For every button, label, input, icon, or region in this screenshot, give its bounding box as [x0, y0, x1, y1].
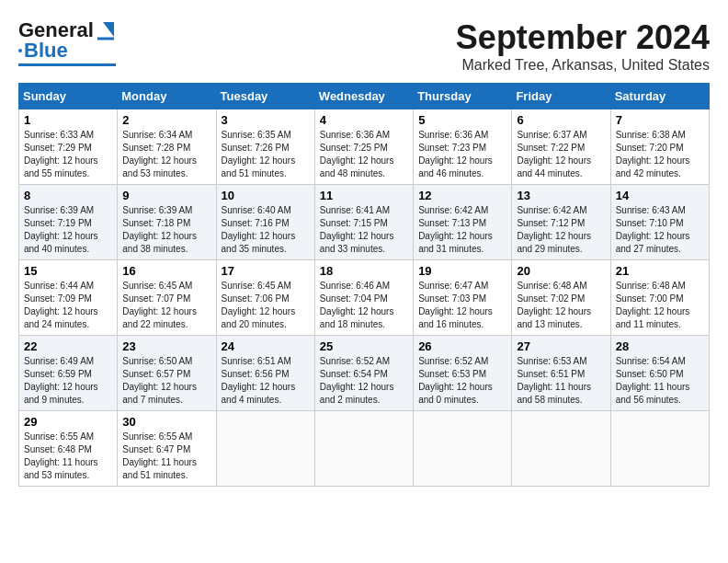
day-info: Sunrise: 6:52 AM Sunset: 6:53 PM Dayligh…: [418, 355, 506, 407]
table-row: 12Sunrise: 6:42 AM Sunset: 7:13 PM Dayli…: [414, 185, 512, 260]
table-row: [414, 411, 512, 487]
day-info: Sunrise: 6:48 AM Sunset: 7:02 PM Dayligh…: [517, 280, 605, 331]
day-info: Sunrise: 6:36 AM Sunset: 7:23 PM Dayligh…: [418, 129, 506, 180]
calendar-header-row: Sunday Monday Tuesday Wednesday Thursday…: [19, 84, 710, 109]
table-row: [610, 411, 709, 487]
col-saturday: Saturday: [610, 84, 709, 109]
day-info: Sunrise: 6:43 AM Sunset: 7:10 PM Dayligh…: [616, 204, 704, 256]
table-row: 7Sunrise: 6:38 AM Sunset: 7:20 PM Daylig…: [610, 109, 709, 185]
day-number: 14: [616, 189, 704, 202]
day-number: 13: [517, 189, 605, 202]
day-number: 23: [122, 339, 210, 353]
table-row: 4Sunrise: 6:36 AM Sunset: 7:25 PM Daylig…: [314, 109, 413, 185]
day-number: 30: [122, 415, 210, 429]
week-row-1: 1Sunrise: 6:33 AM Sunset: 7:29 PM Daylig…: [19, 109, 710, 185]
table-row: 18Sunrise: 6:46 AM Sunset: 7:04 PM Dayli…: [314, 260, 413, 336]
table-row: 10Sunrise: 6:40 AM Sunset: 7:16 PM Dayli…: [216, 185, 314, 260]
day-number: 28: [616, 339, 704, 353]
day-info: Sunrise: 6:33 AM Sunset: 7:29 PM Dayligh…: [24, 129, 112, 180]
day-number: 16: [122, 264, 210, 278]
table-row: 21Sunrise: 6:48 AM Sunset: 7:00 PM Dayli…: [610, 260, 709, 336]
table-row: 14Sunrise: 6:43 AM Sunset: 7:10 PM Dayli…: [610, 185, 709, 260]
day-number: 17: [222, 264, 310, 278]
col-thursday: Thursday: [414, 84, 512, 109]
day-info: Sunrise: 6:50 AM Sunset: 6:57 PM Dayligh…: [122, 355, 210, 407]
day-number: 26: [418, 339, 506, 353]
day-info: Sunrise: 6:41 AM Sunset: 7:15 PM Dayligh…: [320, 204, 408, 256]
week-row-4: 22Sunrise: 6:49 AM Sunset: 6:59 PM Dayli…: [19, 336, 710, 411]
table-row: 15Sunrise: 6:44 AM Sunset: 7:09 PM Dayli…: [19, 260, 118, 336]
svg-marker-0: [103, 22, 114, 37]
day-info: Sunrise: 6:52 AM Sunset: 6:54 PM Dayligh…: [320, 355, 408, 407]
week-row-3: 15Sunrise: 6:44 AM Sunset: 7:09 PM Dayli…: [19, 260, 710, 336]
table-row: 11Sunrise: 6:41 AM Sunset: 7:15 PM Dayli…: [314, 185, 413, 260]
table-row: 6Sunrise: 6:37 AM Sunset: 7:22 PM Daylig…: [512, 109, 610, 185]
table-row: 26Sunrise: 6:52 AM Sunset: 6:53 PM Dayli…: [414, 336, 512, 411]
day-number: 10: [222, 189, 310, 202]
day-info: Sunrise: 6:37 AM Sunset: 7:22 PM Dayligh…: [517, 129, 605, 180]
day-info: Sunrise: 6:35 AM Sunset: 7:26 PM Dayligh…: [222, 129, 310, 180]
table-row: 30Sunrise: 6:55 AM Sunset: 6:47 PM Dayli…: [118, 411, 216, 487]
day-number: 19: [418, 264, 506, 278]
col-wednesday: Wednesday: [314, 84, 413, 109]
table-row: 23Sunrise: 6:50 AM Sunset: 6:57 PM Dayli…: [118, 336, 216, 411]
day-number: 5: [418, 113, 506, 127]
day-number: 18: [320, 264, 408, 278]
month-title: September 2024: [456, 18, 710, 57]
day-number: 3: [222, 113, 310, 127]
calendar-table: Sunday Monday Tuesday Wednesday Thursday…: [18, 83, 710, 487]
day-info: Sunrise: 6:54 AM Sunset: 6:50 PM Dayligh…: [616, 355, 704, 407]
table-row: 8Sunrise: 6:39 AM Sunset: 7:19 PM Daylig…: [19, 185, 118, 260]
day-info: Sunrise: 6:49 AM Sunset: 6:59 PM Dayligh…: [24, 355, 112, 407]
day-number: 27: [517, 339, 605, 353]
day-info: Sunrise: 6:44 AM Sunset: 7:09 PM Dayligh…: [24, 280, 112, 331]
day-info: Sunrise: 6:40 AM Sunset: 7:16 PM Dayligh…: [222, 204, 310, 256]
day-info: Sunrise: 6:36 AM Sunset: 7:25 PM Dayligh…: [320, 129, 408, 180]
day-number: 6: [517, 113, 605, 127]
day-number: 29: [24, 415, 112, 429]
table-row: 28Sunrise: 6:54 AM Sunset: 6:50 PM Dayli…: [610, 336, 709, 411]
logo-underline: [18, 63, 116, 66]
table-row: 27Sunrise: 6:53 AM Sunset: 6:51 PM Dayli…: [512, 336, 610, 411]
day-number: 15: [24, 264, 112, 278]
day-info: Sunrise: 6:42 AM Sunset: 7:13 PM Dayligh…: [418, 204, 506, 256]
day-number: 22: [24, 339, 112, 353]
table-row: 25Sunrise: 6:52 AM Sunset: 6:54 PM Dayli…: [314, 336, 413, 411]
table-row: [512, 411, 610, 487]
day-info: Sunrise: 6:51 AM Sunset: 6:56 PM Dayligh…: [222, 355, 310, 407]
table-row: 3Sunrise: 6:35 AM Sunset: 7:26 PM Daylig…: [216, 109, 314, 185]
day-info: Sunrise: 6:42 AM Sunset: 7:12 PM Dayligh…: [517, 204, 605, 256]
table-row: 5Sunrise: 6:36 AM Sunset: 7:23 PM Daylig…: [414, 109, 512, 185]
table-row: 2Sunrise: 6:34 AM Sunset: 7:28 PM Daylig…: [118, 109, 216, 185]
day-number: 4: [320, 113, 408, 127]
table-row: 24Sunrise: 6:51 AM Sunset: 6:56 PM Dayli…: [216, 336, 314, 411]
day-number: 7: [616, 113, 704, 127]
logo: General Blue: [18, 18, 116, 66]
table-row: 13Sunrise: 6:42 AM Sunset: 7:12 PM Dayli…: [512, 185, 610, 260]
logo-icon: [96, 20, 116, 40]
day-number: 24: [222, 339, 310, 353]
location: Marked Tree, Arkansas, United States: [456, 57, 710, 74]
day-info: Sunrise: 6:55 AM Sunset: 6:48 PM Dayligh…: [24, 431, 112, 482]
day-info: Sunrise: 6:39 AM Sunset: 7:18 PM Dayligh…: [122, 204, 210, 256]
table-row: 17Sunrise: 6:45 AM Sunset: 7:06 PM Dayli…: [216, 260, 314, 336]
day-number: 1: [24, 113, 112, 127]
day-number: 2: [122, 113, 210, 127]
col-sunday: Sunday: [19, 84, 118, 109]
day-number: 25: [320, 339, 408, 353]
day-info: Sunrise: 6:39 AM Sunset: 7:19 PM Dayligh…: [24, 204, 112, 256]
day-info: Sunrise: 6:53 AM Sunset: 6:51 PM Dayligh…: [517, 355, 605, 407]
day-info: Sunrise: 6:55 AM Sunset: 6:47 PM Dayligh…: [122, 431, 210, 482]
table-row: 1Sunrise: 6:33 AM Sunset: 7:29 PM Daylig…: [19, 109, 118, 185]
day-number: 21: [616, 264, 704, 278]
col-tuesday: Tuesday: [216, 84, 314, 109]
table-row: [216, 411, 314, 487]
day-info: Sunrise: 6:45 AM Sunset: 7:06 PM Dayligh…: [222, 280, 310, 331]
table-row: 19Sunrise: 6:47 AM Sunset: 7:03 PM Dayli…: [414, 260, 512, 336]
page-header: General Blue September 2024 Marked Tree,…: [18, 18, 710, 74]
day-number: 11: [320, 189, 408, 202]
table-row: [314, 411, 413, 487]
day-number: 8: [24, 189, 112, 202]
table-row: 16Sunrise: 6:45 AM Sunset: 7:07 PM Dayli…: [118, 260, 216, 336]
day-number: 12: [418, 189, 506, 202]
